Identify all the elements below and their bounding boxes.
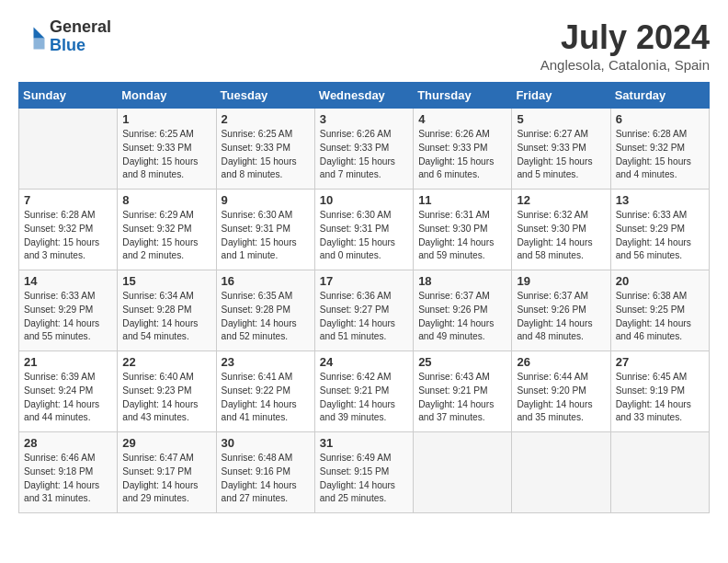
- cell-content: Sunrise: 6:47 AMSunset: 9:17 PMDaylight:…: [122, 452, 210, 506]
- month-title: July 2024: [540, 18, 710, 57]
- day-number: 7: [24, 193, 112, 207]
- title-block: July 2024 Anglesola, Catalonia, Spain: [540, 18, 710, 73]
- day-number: 9: [222, 193, 310, 207]
- calendar-cell: 25Sunrise: 6:43 AMSunset: 9:21 PMDayligh…: [414, 351, 512, 432]
- cell-content: Sunrise: 6:33 AMSunset: 9:29 PMDaylight:…: [616, 209, 704, 263]
- calendar-cell: 17Sunrise: 6:36 AMSunset: 9:27 PMDayligh…: [314, 270, 413, 351]
- calendar-cell: 23Sunrise: 6:41 AMSunset: 9:22 PMDayligh…: [216, 351, 314, 432]
- header-wednesday: Wednesday: [314, 83, 413, 109]
- day-number: 10: [320, 193, 408, 207]
- cell-content: Sunrise: 6:36 AMSunset: 9:27 PMDaylight:…: [320, 290, 408, 344]
- cell-content: Sunrise: 6:26 AMSunset: 9:33 PMDaylight:…: [320, 128, 408, 182]
- header-monday: Monday: [118, 83, 216, 109]
- cell-content: Sunrise: 6:29 AMSunset: 9:32 PMDaylight:…: [122, 209, 210, 263]
- cell-content: Sunrise: 6:38 AMSunset: 9:25 PMDaylight:…: [616, 290, 704, 344]
- calendar-cell: 13Sunrise: 6:33 AMSunset: 9:29 PMDayligh…: [610, 190, 709, 270]
- day-number: 18: [418, 274, 506, 288]
- day-number: 19: [517, 274, 605, 288]
- day-number: 4: [418, 112, 506, 126]
- calendar-cell: [19, 109, 118, 190]
- day-number: 8: [122, 193, 210, 207]
- calendar-cell: 7Sunrise: 6:28 AMSunset: 9:32 PMDaylight…: [19, 190, 118, 270]
- cell-content: Sunrise: 6:35 AMSunset: 9:28 PMDaylight:…: [222, 290, 310, 344]
- calendar-cell: 28Sunrise: 6:46 AMSunset: 9:18 PMDayligh…: [19, 432, 118, 513]
- cell-content: Sunrise: 6:31 AMSunset: 9:30 PMDaylight:…: [418, 209, 506, 263]
- calendar-cell: 31Sunrise: 6:49 AMSunset: 9:15 PMDayligh…: [314, 432, 413, 513]
- calendar-cell: 18Sunrise: 6:37 AMSunset: 9:26 PMDayligh…: [414, 270, 512, 351]
- calendar-week-5: 28Sunrise: 6:46 AMSunset: 9:18 PMDayligh…: [19, 432, 710, 513]
- calendar-cell: 8Sunrise: 6:29 AMSunset: 9:32 PMDaylight…: [118, 190, 216, 270]
- calendar-cell: 19Sunrise: 6:37 AMSunset: 9:26 PMDayligh…: [512, 270, 610, 351]
- cell-content: Sunrise: 6:43 AMSunset: 9:21 PMDaylight:…: [418, 371, 506, 425]
- calendar-cell: 29Sunrise: 6:47 AMSunset: 9:17 PMDayligh…: [118, 432, 216, 513]
- calendar-cell: 26Sunrise: 6:44 AMSunset: 9:20 PMDayligh…: [512, 351, 610, 432]
- day-number: 5: [517, 112, 605, 126]
- logo-icon: [18, 23, 46, 51]
- cell-content: Sunrise: 6:28 AMSunset: 9:32 PMDaylight:…: [24, 209, 112, 263]
- header-tuesday: Tuesday: [216, 83, 314, 109]
- day-number: 29: [122, 436, 210, 450]
- day-number: 26: [517, 355, 605, 369]
- day-number: 11: [418, 193, 506, 207]
- day-number: 25: [418, 355, 506, 369]
- calendar-cell: [610, 432, 709, 513]
- calendar-cell: 4Sunrise: 6:26 AMSunset: 9:33 PMDaylight…: [414, 109, 512, 190]
- calendar-cell: 6Sunrise: 6:28 AMSunset: 9:32 PMDaylight…: [610, 109, 709, 190]
- svg-marker-1: [34, 38, 45, 49]
- header-friday: Friday: [512, 83, 610, 109]
- calendar-cell: 21Sunrise: 6:39 AMSunset: 9:24 PMDayligh…: [19, 351, 118, 432]
- day-number: 31: [320, 436, 408, 450]
- calendar-week-3: 14Sunrise: 6:33 AMSunset: 9:29 PMDayligh…: [19, 270, 710, 351]
- cell-content: Sunrise: 6:41 AMSunset: 9:22 PMDaylight:…: [222, 371, 310, 425]
- logo-text: General Blue: [50, 18, 111, 55]
- calendar-cell: [512, 432, 610, 513]
- calendar-table: SundayMondayTuesdayWednesdayThursdayFrid…: [18, 82, 710, 513]
- day-number: 24: [320, 355, 408, 369]
- calendar-cell: 10Sunrise: 6:30 AMSunset: 9:31 PMDayligh…: [314, 190, 413, 270]
- header-saturday: Saturday: [610, 83, 709, 109]
- day-number: 13: [616, 193, 704, 207]
- calendar-cell: 27Sunrise: 6:45 AMSunset: 9:19 PMDayligh…: [610, 351, 709, 432]
- calendar-cell: 1Sunrise: 6:25 AMSunset: 9:33 PMDaylight…: [118, 109, 216, 190]
- day-number: 3: [320, 112, 408, 126]
- day-number: 21: [24, 355, 112, 369]
- cell-content: Sunrise: 6:32 AMSunset: 9:30 PMDaylight:…: [517, 209, 605, 263]
- calendar-cell: 9Sunrise: 6:30 AMSunset: 9:31 PMDaylight…: [216, 190, 314, 270]
- calendar-cell: 3Sunrise: 6:26 AMSunset: 9:33 PMDaylight…: [314, 109, 413, 190]
- cell-content: Sunrise: 6:25 AMSunset: 9:33 PMDaylight:…: [222, 128, 310, 182]
- cell-content: Sunrise: 6:49 AMSunset: 9:15 PMDaylight:…: [320, 452, 408, 506]
- header-thursday: Thursday: [414, 83, 512, 109]
- logo: General Blue: [18, 18, 111, 55]
- day-number: 2: [222, 112, 310, 126]
- cell-content: Sunrise: 6:26 AMSunset: 9:33 PMDaylight:…: [418, 128, 506, 182]
- calendar-cell: 24Sunrise: 6:42 AMSunset: 9:21 PMDayligh…: [314, 351, 413, 432]
- calendar-cell: 16Sunrise: 6:35 AMSunset: 9:28 PMDayligh…: [216, 270, 314, 351]
- day-number: 30: [222, 436, 310, 450]
- cell-content: Sunrise: 6:25 AMSunset: 9:33 PMDaylight:…: [122, 128, 210, 182]
- cell-content: Sunrise: 6:30 AMSunset: 9:31 PMDaylight:…: [222, 209, 310, 263]
- day-number: 17: [320, 274, 408, 288]
- page-header: General Blue July 2024 Anglesola, Catalo…: [18, 18, 710, 73]
- day-number: 22: [122, 355, 210, 369]
- cell-content: Sunrise: 6:40 AMSunset: 9:23 PMDaylight:…: [122, 371, 210, 425]
- header-sunday: Sunday: [19, 83, 118, 109]
- cell-content: Sunrise: 6:42 AMSunset: 9:21 PMDaylight:…: [320, 371, 408, 425]
- day-number: 27: [616, 355, 704, 369]
- calendar-cell: 30Sunrise: 6:48 AMSunset: 9:16 PMDayligh…: [216, 432, 314, 513]
- location: Anglesola, Catalonia, Spain: [540, 57, 710, 73]
- cell-content: Sunrise: 6:30 AMSunset: 9:31 PMDaylight:…: [320, 209, 408, 263]
- day-number: 1: [122, 112, 210, 126]
- cell-content: Sunrise: 6:48 AMSunset: 9:16 PMDaylight:…: [222, 452, 310, 506]
- day-number: 6: [616, 112, 704, 126]
- calendar-cell: 22Sunrise: 6:40 AMSunset: 9:23 PMDayligh…: [118, 351, 216, 432]
- cell-content: Sunrise: 6:33 AMSunset: 9:29 PMDaylight:…: [24, 290, 112, 344]
- calendar-cell: [414, 432, 512, 513]
- calendar-week-2: 7Sunrise: 6:28 AMSunset: 9:32 PMDaylight…: [19, 190, 710, 270]
- cell-content: Sunrise: 6:37 AMSunset: 9:26 PMDaylight:…: [517, 290, 605, 344]
- day-number: 12: [517, 193, 605, 207]
- calendar-cell: 2Sunrise: 6:25 AMSunset: 9:33 PMDaylight…: [216, 109, 314, 190]
- calendar-cell: 11Sunrise: 6:31 AMSunset: 9:30 PMDayligh…: [414, 190, 512, 270]
- calendar-cell: 14Sunrise: 6:33 AMSunset: 9:29 PMDayligh…: [19, 270, 118, 351]
- cell-content: Sunrise: 6:39 AMSunset: 9:24 PMDaylight:…: [24, 371, 112, 425]
- cell-content: Sunrise: 6:45 AMSunset: 9:19 PMDaylight:…: [616, 371, 704, 425]
